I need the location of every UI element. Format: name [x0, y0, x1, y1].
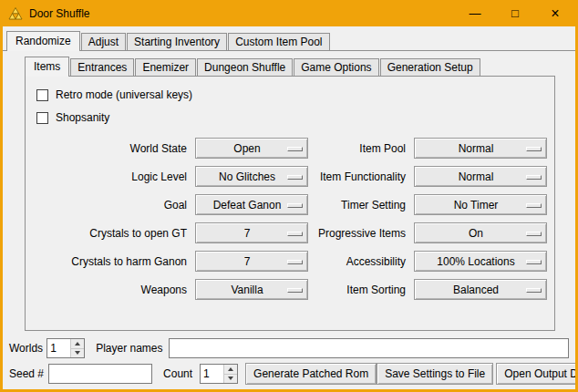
dropdown-indicator-icon: [287, 203, 303, 208]
tab-enemizer[interactable]: Enemizer: [135, 58, 196, 76]
dropdown-value: No Glitches: [219, 170, 284, 183]
dropdown-value: 7: [244, 255, 260, 268]
dropdown-indicator-icon: [526, 260, 542, 264]
dropdown-value: Normal: [459, 170, 503, 183]
window: Door Shuffle — □ × Randomize Adjust Star…: [0, 0, 578, 392]
dropdown-value: 100% Locations: [437, 255, 523, 268]
checkbox-icon[interactable]: [36, 89, 48, 101]
options-grid: World State Open Item Pool Normal Logic …: [35, 138, 545, 300]
generate-patched-rom-button[interactable]: Generate Patched Rom: [245, 363, 377, 385]
label-goal: Goal: [35, 199, 195, 211]
retro-mode-label: Retro mode (universal keys): [56, 88, 192, 101]
dropdown-value: Normal: [459, 142, 503, 155]
tab-items[interactable]: Items: [25, 57, 69, 77]
worlds-spinner[interactable]: [46, 338, 85, 358]
dropdown-indicator-icon: [526, 232, 542, 236]
label-logic-level: Logic Level: [35, 170, 195, 183]
worlds-label: Worlds: [9, 342, 43, 355]
maximize-icon[interactable]: □: [495, 0, 535, 26]
shopsanity-checkbox[interactable]: Shopsanity: [36, 108, 545, 127]
dropdown-goal[interactable]: Defeat Ganon: [195, 194, 308, 215]
dropdown-indicator-icon: [526, 175, 542, 180]
spinner-buttons: [223, 365, 237, 383]
spin-down-icon[interactable]: [71, 348, 84, 358]
count-spinner[interactable]: [200, 364, 238, 384]
dropdown-value: On: [469, 227, 492, 240]
player-names-input[interactable]: [169, 338, 570, 358]
spin-up-icon[interactable]: [71, 339, 84, 348]
dropdown-indicator-icon: [526, 288, 542, 293]
label-item-sorting: Item Sorting: [308, 284, 414, 296]
dropdown-indicator-icon: [287, 260, 303, 264]
dropdown-indicator-icon: [287, 175, 303, 180]
label-world-state: World State: [35, 142, 195, 155]
dropdown-value: 7: [244, 227, 260, 240]
window-title: Door Shuffle: [29, 7, 90, 20]
spin-up-icon[interactable]: [224, 365, 237, 374]
dropdown-value: Defeat Ganon: [213, 199, 291, 211]
dropdown-value: Vanilla: [231, 284, 272, 296]
label-accessibility: Accessibility: [308, 255, 414, 268]
count-input[interactable]: [201, 365, 223, 383]
app-icon: [8, 6, 23, 21]
spinner-buttons: [70, 339, 84, 357]
save-settings-button[interactable]: Save Settings to File: [377, 363, 493, 385]
tab-game-options[interactable]: Game Options: [294, 58, 378, 76]
caption-buttons: — □ ×: [455, 0, 575, 26]
label-crystals-open-gt: Crystals to open GT: [35, 227, 195, 240]
dropdown-indicator-icon: [287, 232, 303, 236]
retro-mode-checkbox[interactable]: Retro mode (universal keys): [36, 86, 545, 104]
label-weapons: Weapons: [35, 284, 195, 296]
secondary-tab-bar: Items Entrances Enemizer Dungeon Shuffle…: [3, 51, 575, 76]
count-label: Count: [163, 367, 192, 380]
dropdown-item-functionality[interactable]: Normal: [414, 166, 547, 187]
player-names-label: Player names: [96, 342, 162, 355]
bottom-bar: Worlds Player names Seed # Count: [3, 334, 575, 389]
dropdown-weapons[interactable]: Vanilla: [195, 279, 308, 300]
items-panel: Retro mode (universal keys) Shopsanity W…: [25, 76, 555, 331]
tab-entrances[interactable]: Entrances: [70, 58, 134, 76]
worlds-row: Worlds Player names: [9, 337, 569, 359]
checkbox-icon[interactable]: [36, 112, 48, 124]
dropdown-item-pool[interactable]: Normal: [414, 138, 547, 159]
worlds-input[interactable]: [47, 339, 70, 357]
tab-generation-setup[interactable]: Generation Setup: [380, 58, 480, 76]
dropdown-timer-setting[interactable]: No Timer: [414, 194, 547, 215]
spin-down-icon[interactable]: [224, 374, 237, 384]
dropdown-progressive-items[interactable]: On: [414, 222, 547, 243]
minimize-icon[interactable]: —: [455, 0, 495, 26]
tab-randomize[interactable]: Randomize: [6, 31, 80, 51]
seed-label: Seed #: [9, 367, 44, 380]
tab-adjust[interactable]: Adjust: [81, 33, 126, 50]
dropdown-indicator-icon: [526, 203, 542, 208]
dropdown-value: Balanced: [453, 284, 508, 296]
tab-starting-inventory[interactable]: Starting Inventory: [127, 33, 227, 50]
dropdown-world-state[interactable]: Open: [195, 138, 308, 159]
window-content: Randomize Adjust Starting Inventory Cust…: [3, 26, 575, 389]
open-output-directory-button[interactable]: Open Output Directory: [496, 363, 575, 385]
close-icon[interactable]: ×: [535, 0, 575, 26]
dropdown-item-sorting[interactable]: Balanced: [414, 279, 547, 300]
seed-input[interactable]: [48, 364, 152, 384]
dropdown-crystals-harm-ganon[interactable]: 7: [195, 251, 308, 272]
dropdown-indicator-icon: [287, 288, 303, 293]
label-item-pool: Item Pool: [308, 142, 414, 155]
tab-dungeon-shuffle[interactable]: Dungeon Shuffle: [197, 58, 293, 76]
dropdown-logic-level[interactable]: No Glitches: [195, 166, 308, 187]
dropdown-value: No Timer: [454, 199, 508, 211]
dropdown-accessibility[interactable]: 100% Locations: [414, 251, 547, 272]
label-item-functionality: Item Functionality: [308, 170, 414, 183]
seed-row: Seed # Count Generate Patched Rom Save S…: [9, 363, 569, 385]
dropdown-value: Open: [233, 142, 269, 155]
dropdown-indicator-icon: [526, 147, 542, 151]
tab-custom-item-pool[interactable]: Custom Item Pool: [228, 33, 329, 50]
primary-tab-bar: Randomize Adjust Starting Inventory Cust…: [3, 26, 575, 50]
shopsanity-label: Shopsanity: [56, 111, 109, 124]
label-crystals-harm-ganon: Crystals to harm Ganon: [35, 255, 195, 268]
label-progressive-items: Progressive Items: [308, 227, 414, 240]
dropdown-indicator-icon: [287, 147, 303, 151]
titlebar: Door Shuffle — □ ×: [3, 0, 575, 26]
dropdown-crystals-open-gt[interactable]: 7: [195, 222, 308, 243]
label-timer-setting: Timer Setting: [308, 199, 414, 211]
randomize-panel: Items Entrances Enemizer Dungeon Shuffle…: [3, 50, 575, 334]
